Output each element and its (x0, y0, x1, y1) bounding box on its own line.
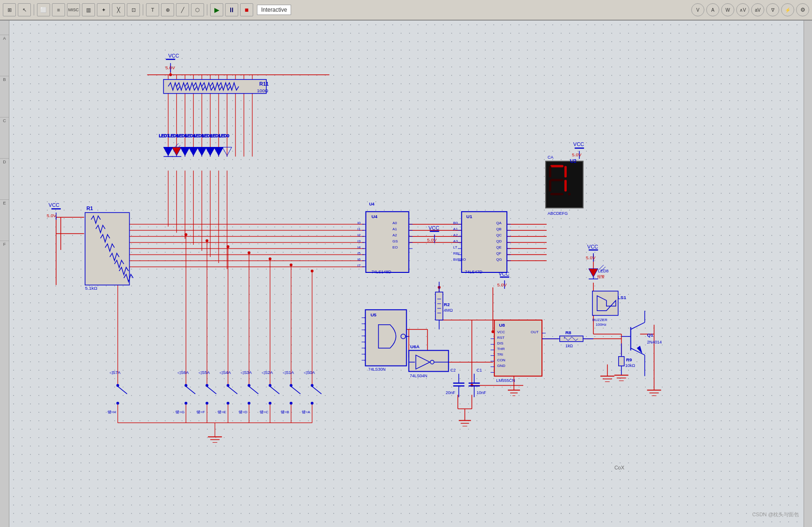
svg-point-385 (117, 384, 119, 387)
svg-text:74LS04N: 74LS04N (410, 373, 427, 378)
svg-line-349 (312, 387, 322, 394)
cursor-btn[interactable]: ↖ (18, 3, 31, 16)
play-btn[interactable]: ▶ (210, 3, 223, 16)
svg-text:2N4014: 2N4014 (647, 340, 662, 344)
svg-marker-168 (189, 147, 198, 155)
svg-text:◁S5A: ◁S5A (198, 370, 210, 375)
ruler-left: A B C D E F (0, 21, 9, 527)
noconn-btn[interactable]: ╳ (112, 3, 125, 16)
svg-text:RBI: RBI (453, 251, 459, 256)
svg-text:VCC: VCC (49, 202, 59, 208)
settings-btn[interactable]: ⚙ (796, 3, 809, 16)
svg-text:74LS148D: 74LS148D (372, 270, 392, 274)
svg-point-380 (184, 384, 187, 387)
svg-text:A2: A2 (393, 233, 397, 237)
svg-text:◁S2A: ◁S2A (262, 370, 273, 375)
svg-text:GND: GND (497, 364, 505, 368)
misc-btn[interactable]: MISC (67, 3, 80, 16)
part-btn[interactable]: ▥ (82, 3, 95, 16)
svg-text:5.0V: 5.0V (572, 152, 582, 157)
svg-text:◁S6A: ◁S6A (177, 370, 189, 375)
svg-text:5.0V: 5.0V (497, 282, 507, 287)
svg-point-376 (205, 402, 208, 405)
svg-rect-283 (409, 351, 448, 372)
svg-line-341 (631, 322, 645, 329)
svg-text:R9: R9 (626, 357, 632, 362)
svg-point-356 (290, 402, 293, 405)
svg-text:U4: U4 (369, 202, 374, 206)
hier-btn[interactable]: ⊡ (127, 3, 140, 16)
svg-text:C2: C2 (450, 368, 455, 373)
line-btn[interactable]: ╱ (176, 3, 189, 16)
svg-point-366 (248, 402, 250, 405)
svg-text:A2: A2 (453, 233, 458, 237)
sep2 (143, 4, 143, 15)
sim-vv-btn[interactable]: ∧V (736, 3, 749, 16)
svg-text:100Hz: 100Hz (596, 322, 607, 327)
sim-w-btn[interactable]: W (721, 3, 734, 16)
right-panel (804, 21, 812, 527)
svg-point-355 (290, 384, 293, 387)
svg-text:U2: U2 (570, 158, 577, 164)
sim-lightning-btn[interactable]: ⚡ (781, 3, 794, 16)
svg-point-121 (169, 73, 172, 76)
svg-text:CSDN @枕头与面包: CSDN @枕头与面包 (752, 512, 799, 517)
svg-text:CON: CON (497, 358, 505, 362)
pause-btn[interactable]: ⏸ (225, 3, 238, 16)
svg-text:5.0V: 5.0V (427, 237, 437, 242)
svg-text:I6: I6 (358, 257, 361, 262)
svg-text:5.0V: 5.0V (165, 65, 175, 70)
poly-btn[interactable]: ⬡ (191, 3, 204, 16)
svg-point-128 (311, 270, 314, 272)
svg-point-284 (430, 360, 434, 364)
svg-text:TRI: TRI (497, 352, 503, 357)
stop-btn[interactable]: ■ (240, 3, 253, 16)
svg-text:◁S7A: ◁S7A (110, 370, 121, 375)
svg-line-369 (228, 387, 237, 394)
sim-a-btn[interactable]: A (706, 3, 719, 16)
svg-text:A3: A3 (453, 239, 458, 243)
wire-btn[interactable]: ⬜ (37, 3, 50, 16)
svg-point-375 (205, 384, 208, 387)
sim-nv-btn[interactable]: ∇ (766, 3, 779, 16)
svg-text:100Ω: 100Ω (257, 88, 269, 93)
main-area: A B C D E F (0, 21, 812, 527)
svg-text:A1: A1 (453, 227, 458, 231)
svg-text:R1: R1 (87, 205, 93, 211)
svg-rect-264 (549, 180, 551, 191)
svg-point-350 (311, 384, 314, 387)
schematic-canvas[interactable]: VCC 5.0V VCC 5.0V VCC 5.0V VCC 5.0V VCC … (9, 21, 804, 527)
svg-text:LM555CN: LM555CN (496, 378, 515, 383)
grid-btn[interactable]: ⊞ (3, 3, 16, 16)
svg-marker-174 (205, 147, 215, 155)
svg-text:RST: RST (497, 336, 505, 340)
svg-text:20nF: 20nF (446, 390, 455, 395)
svg-text:QB: QB (496, 227, 502, 231)
svg-text:THR: THR (497, 347, 505, 351)
svg-point-127 (290, 264, 293, 266)
mode-label: Interactive (257, 5, 291, 15)
bus-btn[interactable]: ≡ (52, 3, 65, 16)
svg-rect-263 (549, 166, 551, 177)
sim-v-btn[interactable]: V (691, 3, 704, 16)
svg-rect-266 (568, 193, 571, 195)
svg-text:键=A: 键=A (301, 410, 311, 414)
svg-text:QA: QA (496, 221, 502, 225)
svg-text:I0: I0 (358, 221, 361, 225)
svg-marker-183 (589, 269, 598, 277)
text-btn[interactable]: T (146, 3, 159, 16)
svg-text:OUT: OUT (531, 330, 539, 334)
svg-rect-265 (550, 193, 563, 195)
svg-text:A1: A1 (393, 227, 397, 231)
svg-text:CoX: CoX (614, 465, 625, 470)
pin-btn[interactable]: ⊕ (161, 3, 174, 16)
svg-text:B0: B0 (453, 221, 458, 225)
sim-av-btn[interactable]: aV (751, 3, 764, 16)
svg-marker-161 (172, 147, 181, 155)
svg-text:QG: QG (496, 257, 502, 262)
svg-point-126 (269, 257, 271, 260)
svg-text:U1: U1 (466, 214, 472, 219)
junction-btn[interactable]: ✦ (97, 3, 110, 16)
svg-text:LT: LT (453, 245, 457, 249)
svg-text:报警: 报警 (597, 275, 605, 279)
